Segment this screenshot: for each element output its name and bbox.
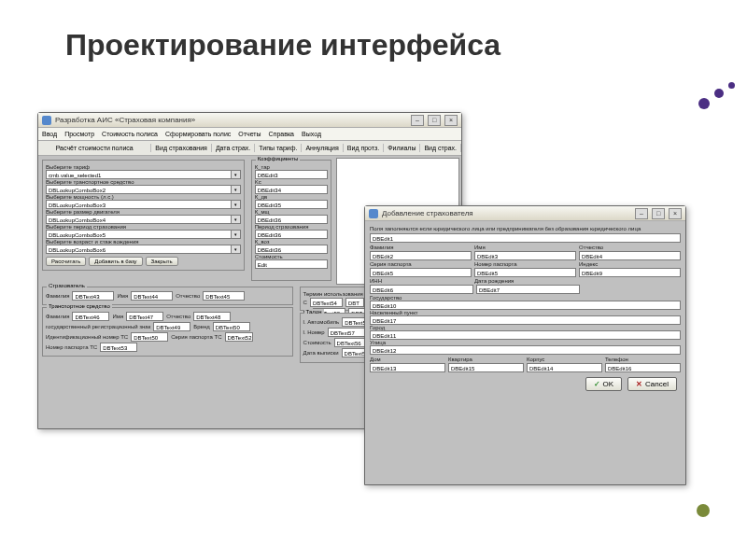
insurer-group: Страхователь Фамилия DBText43 Имя DBText… [42, 287, 293, 305]
label: Дата выписки [303, 350, 339, 356]
street-input[interactable]: DBEdit12 [370, 345, 681, 355]
group-legend: Талон [304, 309, 324, 315]
app-icon [369, 209, 378, 218]
titlebar[interactable]: Разработка АИС «Страховая компания» – □ … [38, 113, 461, 128]
name-input[interactable]: DBEdit3 [474, 251, 576, 260]
label: Отчество [166, 314, 190, 319]
label: Дата рождения [474, 278, 576, 284]
chevron-down-icon[interactable]: ▾ [232, 230, 241, 239]
coeff-field: DBEdit36 [255, 245, 328, 254]
menu-item[interactable]: Стоимость полиса [102, 131, 158, 137]
label: Номер паспорта [474, 261, 576, 267]
label: l. Автомобиль [303, 319, 340, 325]
add-button[interactable]: Добавить в базу [89, 257, 142, 266]
value: DBText50 [213, 322, 250, 331]
coeff-group: Коэффициенты К_тар DBEdit3 Kc DBEdit34 К… [251, 160, 331, 281]
label: Серия паспорта ТС [171, 334, 221, 340]
value: DBText54 [310, 298, 343, 307]
period-combo[interactable]: DBLookupComboBox5▾ [46, 230, 241, 239]
value: DBText48 [193, 312, 231, 321]
index-input[interactable]: DBEdit9 [579, 268, 681, 277]
label: Стоимость [303, 340, 331, 345]
tarif-combo[interactable]: cmb.value_selected1▾ [46, 170, 241, 179]
close-icon[interactable]: × [444, 115, 458, 126]
ok-label: OK [603, 380, 614, 388]
menu-item[interactable]: Ввод [42, 131, 57, 137]
inn-input[interactable]: DBEdit6 [370, 285, 473, 294]
cancel-label: Cancel [645, 380, 669, 388]
toolbar-button[interactable]: Аннуляция [302, 144, 343, 152]
toolbar-button[interactable]: Типы тариф. [255, 144, 302, 152]
decor-dot [728, 82, 735, 89]
calc-button[interactable]: Рассчитать [46, 257, 86, 266]
power-combo[interactable]: DBLookupComboBox3▾ [46, 200, 241, 209]
maximize-icon[interactable]: □ [428, 115, 441, 126]
window-title: Добавление страхователя [382, 209, 473, 217]
chevron-down-icon[interactable]: ▾ [232, 185, 241, 194]
patronymic-input[interactable]: DBEdit4 [579, 251, 681, 260]
titlebar[interactable]: Добавление страхователя – □ × [365, 206, 685, 221]
menu-item[interactable]: Отчеты [238, 131, 261, 137]
label: Индекс [579, 261, 681, 267]
menu-item[interactable]: Выход [302, 131, 321, 137]
house-input[interactable]: DBEdit13 [370, 363, 445, 372]
label: Имя [474, 245, 576, 250]
engine-combo[interactable]: DBLookupComboBox4▾ [46, 215, 241, 224]
menubar: Ввод Просмотр Стоимость полиса Сформиров… [38, 128, 461, 141]
coeff-field: DBEdit3 [255, 170, 328, 179]
window-title: Разработка АИС «Страховая компания» [55, 116, 195, 124]
passport-series-input[interactable]: DBEdit5 [370, 268, 472, 277]
vehicle-group: Транспортное средство Фамилия DBText46 И… [42, 307, 293, 357]
maximize-icon[interactable]: □ [652, 208, 665, 219]
chevron-down-icon[interactable]: ▾ [232, 215, 241, 224]
value: DBText47 [126, 312, 163, 321]
label: Номер паспорта ТС [46, 344, 97, 350]
toolbar-button[interactable]: Вид страхования [151, 144, 212, 152]
app-icon [42, 116, 51, 125]
menu-item[interactable]: Просмотр [64, 131, 94, 137]
menu-item[interactable]: Справка [269, 131, 294, 137]
label: Фамилия [46, 293, 69, 299]
decor-dot [697, 504, 710, 517]
close-icon[interactable]: × [669, 208, 682, 219]
chevron-down-icon[interactable]: ▾ [232, 200, 241, 209]
value: DBT [345, 298, 364, 307]
country-input[interactable]: DBEdit10 [370, 301, 681, 310]
value: DBText45 [203, 291, 245, 301]
ok-button[interactable]: ✓ OK [585, 377, 623, 391]
label: Отчество [579, 245, 681, 250]
group-legend: Транспортное средство [47, 303, 112, 309]
menu-item[interactable]: Сформировать полис [165, 131, 231, 137]
chevron-down-icon[interactable]: ▾ [232, 170, 241, 179]
building-input[interactable]: DBEdit14 [527, 363, 602, 372]
city-input[interactable]: DBEdit11 [370, 330, 681, 340]
cancel-button[interactable]: ✕ Cancel [627, 377, 677, 391]
org-input[interactable]: DBEdit1 [370, 233, 681, 243]
minimize-icon[interactable]: – [635, 208, 648, 219]
group-legend: Страхователь [47, 283, 87, 288]
phone-input[interactable]: DBEdit16 [605, 363, 681, 372]
passport-number-input[interactable]: DBEdit5 [474, 268, 576, 277]
toolbar-button[interactable]: Вид страх. [420, 144, 461, 152]
apartment-input[interactable]: DBEdit15 [448, 363, 524, 372]
birthdate-input[interactable]: DBEdit7 [476, 285, 580, 294]
ts-combo[interactable]: DBLookupComboBox2▾ [46, 185, 241, 194]
value: DBText46 [72, 312, 109, 321]
value: DBText53 [100, 343, 137, 352]
coeff-field: DBEdit35 [255, 200, 328, 209]
locality-input[interactable]: DBEdit17 [370, 315, 681, 325]
label: Телефон [605, 357, 681, 362]
chevron-down-icon[interactable]: ▾ [232, 245, 241, 254]
value: DBText44 [131, 291, 173, 301]
age-combo[interactable]: DBLookupComboBox6▾ [46, 245, 241, 254]
coeff-field: DBEdit36 [255, 230, 328, 239]
params-group: Выберите тариф cmb.value_selected1▾ Выбе… [42, 160, 245, 271]
coeff-field: DBEdit36 [255, 215, 328, 224]
toolbar-button[interactable]: Филиалы [384, 144, 420, 152]
toolbar-button[interactable]: Дата страх. [212, 144, 255, 152]
surname-input[interactable]: DBEdit2 [370, 251, 472, 260]
minimize-icon[interactable]: – [411, 115, 424, 126]
label: ИНН [370, 278, 472, 284]
close-button[interactable]: Закрыть [146, 257, 178, 266]
toolbar-button[interactable]: Вид протз. [344, 144, 384, 152]
